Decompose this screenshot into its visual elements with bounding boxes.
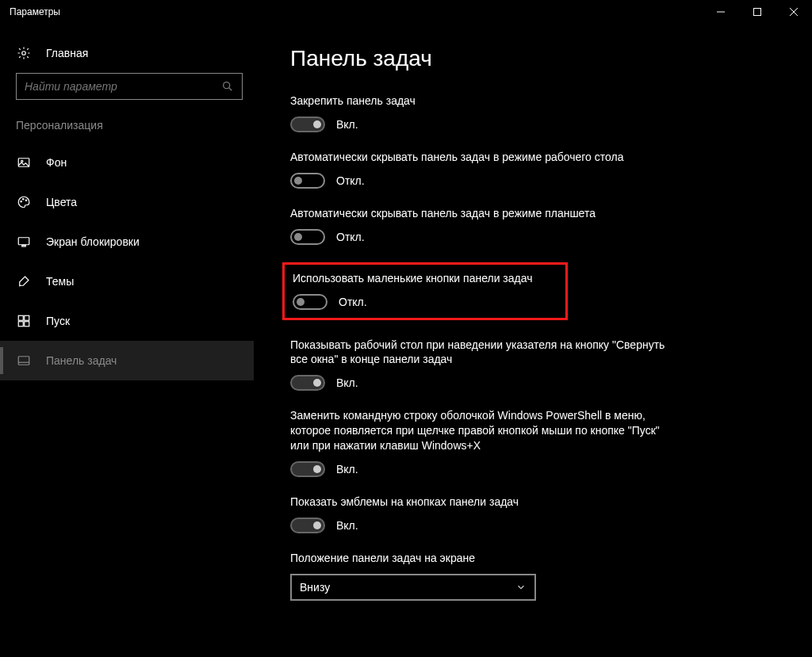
setting-label: Заменить командную строку оболочкой Wind… bbox=[290, 408, 671, 453]
search-input[interactable] bbox=[16, 73, 243, 100]
setting-powershell-replace: Заменить командную строку оболочкой Wind… bbox=[290, 408, 671, 477]
svg-point-4 bbox=[22, 52, 26, 55]
category-title: Персонализация bbox=[0, 119, 254, 143]
content-pane: Панель задач Закрепить панель задач Вкл.… bbox=[254, 24, 812, 657]
search-icon bbox=[221, 80, 234, 93]
toggle-state-label: Вкл. bbox=[336, 519, 358, 532]
toggle-autohide-desktop[interactable] bbox=[290, 173, 325, 189]
setting-label: Автоматически скрывать панель задач в ре… bbox=[290, 206, 671, 221]
sidebar-item-label: Темы bbox=[46, 275, 74, 288]
setting-label: Положение панели задач на экране bbox=[290, 551, 671, 566]
toggle-state-label: Вкл. bbox=[336, 376, 358, 389]
start-icon bbox=[16, 314, 32, 328]
home-label: Главная bbox=[46, 47, 88, 59]
page-title: Панель задач bbox=[290, 46, 780, 71]
chevron-down-icon bbox=[515, 582, 527, 593]
toggle-state-label: Откл. bbox=[336, 174, 365, 187]
toggle-state-label: Откл. bbox=[336, 231, 365, 243]
sidebar-item-label: Цвета bbox=[46, 196, 77, 208]
svg-rect-18 bbox=[18, 357, 29, 365]
toggle-state-label: Вкл. bbox=[336, 463, 358, 476]
sidebar-item-label: Экран блокировки bbox=[46, 235, 140, 248]
toggle-peek-desktop[interactable] bbox=[290, 375, 325, 391]
setting-lock-taskbar: Закрепить панель задач Вкл. bbox=[290, 94, 671, 132]
maximize-button[interactable] bbox=[739, 0, 776, 24]
titlebar: Параметры bbox=[0, 0, 812, 24]
sidebar-item-start[interactable]: Пуск bbox=[0, 301, 254, 341]
setting-autohide-tablet: Автоматически скрывать панель задач в ре… bbox=[290, 206, 671, 245]
sidebar-item-colors[interactable]: Цвета bbox=[0, 182, 254, 222]
taskbar-icon bbox=[16, 353, 32, 368]
setting-taskbar-position: Положение панели задач на экране Внизу bbox=[290, 551, 671, 601]
setting-label: Показать эмблемы на кнопках панели задач bbox=[290, 495, 671, 510]
svg-rect-13 bbox=[22, 246, 26, 247]
setting-autohide-desktop: Автоматически скрывать панель задач в ре… bbox=[290, 150, 671, 189]
svg-rect-1 bbox=[754, 9, 761, 16]
svg-point-10 bbox=[23, 199, 25, 201]
lockscreen-icon bbox=[16, 235, 32, 249]
setting-peek-desktop: Показывать рабочий стол при наведении ук… bbox=[290, 338, 671, 392]
brush-icon bbox=[16, 274, 32, 288]
svg-point-11 bbox=[25, 200, 27, 201]
toggle-autohide-tablet[interactable] bbox=[290, 229, 325, 245]
taskbar-position-select[interactable]: Внизу bbox=[290, 574, 536, 601]
setting-label: Показывать рабочий стол при наведении ук… bbox=[290, 338, 671, 368]
window-title: Параметры bbox=[0, 6, 703, 17]
toggle-powershell-replace[interactable] bbox=[290, 461, 325, 477]
sidebar: Главная Персонализация Фон Цвета bbox=[0, 24, 254, 657]
select-value: Внизу bbox=[300, 581, 330, 594]
sidebar-item-label: Фон bbox=[46, 156, 67, 169]
svg-rect-15 bbox=[25, 315, 29, 320]
setting-small-buttons: Использовать маленькие кнопки панели зад… bbox=[282, 262, 568, 320]
svg-rect-12 bbox=[18, 238, 29, 245]
sidebar-item-lockscreen[interactable]: Экран блокировки bbox=[0, 222, 254, 262]
svg-line-6 bbox=[229, 88, 232, 91]
toggle-state-label: Откл. bbox=[339, 296, 367, 308]
sidebar-item-themes[interactable]: Темы bbox=[0, 262, 254, 301]
svg-rect-14 bbox=[18, 315, 23, 320]
svg-point-5 bbox=[224, 82, 230, 89]
picture-icon bbox=[16, 155, 32, 170]
setting-label: Закрепить панель задач bbox=[290, 94, 671, 109]
sidebar-item-background[interactable]: Фон bbox=[0, 143, 254, 182]
close-button[interactable] bbox=[776, 0, 812, 24]
toggle-small-buttons[interactable] bbox=[293, 294, 327, 310]
minimize-button[interactable] bbox=[703, 0, 739, 24]
setting-label: Автоматически скрывать панель задач в ре… bbox=[290, 150, 671, 165]
toggle-state-label: Вкл. bbox=[336, 118, 358, 131]
sidebar-item-taskbar[interactable]: Панель задач bbox=[0, 341, 254, 380]
toggle-show-badges[interactable] bbox=[290, 518, 325, 533]
palette-icon bbox=[16, 195, 32, 209]
setting-label: Использовать маленькие кнопки панели зад… bbox=[293, 271, 557, 286]
svg-point-9 bbox=[21, 201, 22, 203]
home-button[interactable]: Главная bbox=[0, 40, 254, 73]
toggle-lock-taskbar[interactable] bbox=[290, 117, 325, 132]
search-field[interactable] bbox=[17, 74, 242, 99]
sidebar-item-label: Пуск bbox=[46, 315, 70, 327]
setting-show-badges: Показать эмблемы на кнопках панели задач… bbox=[290, 495, 671, 533]
gear-icon bbox=[16, 46, 32, 60]
sidebar-item-label: Панель задач bbox=[46, 354, 117, 367]
svg-rect-17 bbox=[25, 322, 29, 327]
svg-rect-16 bbox=[18, 322, 23, 327]
